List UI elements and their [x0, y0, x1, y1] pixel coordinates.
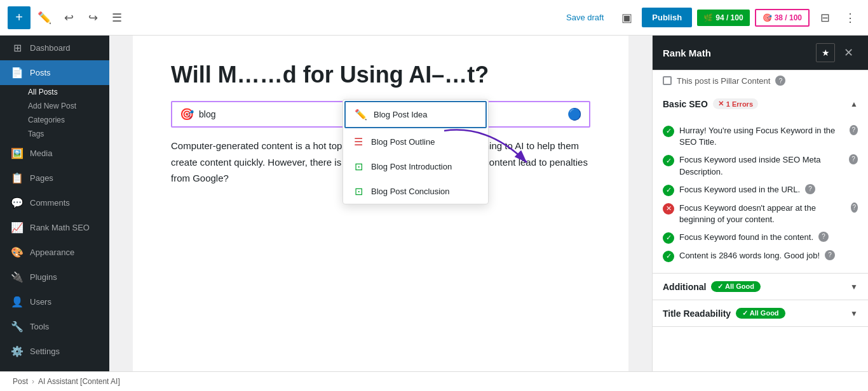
- check-green-icon: ✓: [663, 185, 674, 196]
- ai-block-icon: 🎯: [180, 107, 194, 121]
- pillar-content-label: This post is Pillar Content: [677, 76, 770, 86]
- close-panel-button[interactable]: ✕: [839, 43, 858, 62]
- title-readability-title-row: Title Readability ✓ All Good: [663, 308, 785, 319]
- breadcrumb-post[interactable]: Post: [13, 377, 28, 386]
- seo-item-text: Focus Keyword found in the content.: [679, 232, 813, 243]
- basic-seo-error-count: 1 Errors: [726, 100, 753, 108]
- sidebar-item-settings[interactable]: ⚙️ Settings: [0, 339, 109, 364]
- seo-score-pink-badge[interactable]: 🎯 38 / 100: [755, 9, 810, 27]
- sidebar-item-rank-math[interactable]: 📈 Rank Math SEO: [0, 215, 109, 240]
- seo-item: ✓ Focus Keyword used inside SEO Meta Des…: [663, 151, 858, 180]
- sidebar-item-pages[interactable]: 📋 Pages: [0, 166, 109, 190]
- dropdown-item-outline[interactable]: ☰ Blog Post Outline: [343, 129, 488, 154]
- additional-badge-label: ✓ All Good: [717, 282, 754, 291]
- seo-help-icon[interactable]: ?: [850, 125, 858, 135]
- sidebar-item-posts[interactable]: 📄 Posts: [0, 60, 109, 85]
- check-red-icon: ✕: [663, 203, 674, 215]
- sidebar-item-appearance-label: Appearance: [30, 248, 74, 257]
- dashboard-icon: ⊞: [11, 42, 24, 54]
- ai-block-badge: 🔵: [567, 107, 581, 121]
- seo-help-icon[interactable]: ?: [805, 184, 815, 194]
- pages-icon: 📋: [11, 172, 24, 184]
- dropdown-item-conclusion[interactable]: ⊡ Blog Post Conclusion: [343, 179, 488, 204]
- right-panel-icons: ★ ✕: [816, 43, 858, 62]
- ai-dropdown-menu: ✏️ Blog Post Idea ☰ Blog Post Outline ⊡ …: [342, 99, 489, 204]
- pillar-checkbox[interactable]: [663, 76, 672, 85]
- more-options-button[interactable]: ⋮: [840, 8, 860, 28]
- document-overview-button[interactable]: ☰: [107, 8, 127, 28]
- seo-score-green-badge[interactable]: 🌿 94 / 100: [697, 10, 749, 26]
- seo-help-icon[interactable]: ?: [851, 202, 858, 213]
- publish-button[interactable]: Publish: [642, 8, 692, 27]
- check-green-icon: ✓: [663, 155, 674, 166]
- right-panel-content: This post is Pillar Content ? Basic SEO …: [653, 70, 868, 371]
- dropdown-item-idea[interactable]: ✏️ Blog Post Idea: [344, 101, 487, 128]
- additional-title-row: Additional ✓ All Good: [663, 281, 761, 292]
- title-readability-good-badge: ✓ All Good: [736, 308, 785, 319]
- redo-button[interactable]: ↪: [83, 8, 103, 28]
- sidebar-item-users[interactable]: 👤 Users: [0, 289, 109, 314]
- sidebar-sub-categories[interactable]: Categories: [0, 113, 109, 127]
- seo-item-text: Focus Keyword used inside SEO Meta Descr…: [679, 154, 844, 177]
- star-button[interactable]: ★: [816, 43, 835, 62]
- basic-seo-title: Basic SEO: [663, 99, 708, 109]
- add-block-button[interactable]: +: [8, 6, 31, 29]
- undo-button[interactable]: ↩: [58, 8, 79, 28]
- main-layout: ⊞ Dashboard 📄 Posts All Posts Add New Po…: [0, 36, 868, 371]
- sidebar-item-dashboard[interactable]: ⊞ Dashboard: [0, 36, 109, 60]
- title-readability-title: Title Readability: [663, 308, 731, 319]
- edit-tool-button[interactable]: ✏️: [34, 8, 55, 28]
- sidebar-item-tools-label: Tools: [30, 322, 49, 331]
- conclusion-icon: ⊡: [352, 185, 365, 197]
- breadcrumb-separator: ›: [32, 377, 34, 386]
- outline-icon: ☰: [352, 136, 365, 148]
- editor-inner: Will M……d for Using AI–…t? 🎯 blog 🔵 Comp…: [133, 36, 628, 371]
- right-panel: Rank Math ★ ✕ This post is Pillar Conten…: [652, 36, 868, 371]
- layout-button[interactable]: ⊟: [815, 8, 835, 28]
- sidebar-item-dashboard-label: Dashboard: [30, 43, 71, 53]
- sidebar-item-rank-math-label: Rank Math SEO: [30, 223, 90, 232]
- seo-score-green-value: 94 / 100: [715, 13, 743, 22]
- seo-help-icon[interactable]: ?: [849, 154, 858, 164]
- basic-seo-items: ✓ Hurray! You're using Focus Keyword in …: [653, 117, 868, 273]
- sidebar-item-tools[interactable]: 🔧 Tools: [0, 314, 109, 339]
- seo-item-text: Hurray! You're using Focus Keyword in th…: [679, 125, 844, 148]
- dropdown-item-outline-label: Blog Post Outline: [371, 137, 435, 147]
- sidebar-item-posts-label: Posts: [30, 68, 51, 77]
- sidebar-item-plugins[interactable]: 🔌 Plugins: [0, 265, 109, 289]
- basic-seo-title-row: Basic SEO ✕ 1 Errors: [663, 98, 758, 109]
- bottom-bar: Post › AI Assistant [Content AI]: [0, 371, 868, 391]
- title-readability-header[interactable]: Title Readability ✓ All Good ▼: [653, 300, 868, 326]
- sidebar-item-users-label: Users: [30, 297, 51, 307]
- seo-item-text: Focus Keyword doesn't appear at the begi…: [679, 202, 846, 225]
- basic-seo-header[interactable]: Basic SEO ✕ 1 Errors ▲: [653, 91, 868, 117]
- sidebar-item-appearance[interactable]: 🎨 Appearance: [0, 240, 109, 265]
- sidebar-sub-tags[interactable]: Tags: [0, 127, 109, 141]
- dropdown-item-introduction-label: Blog Post Introduction: [371, 162, 452, 171]
- settings-icon: ⚙️: [11, 345, 24, 357]
- sidebar-sub-all-posts[interactable]: All Posts: [0, 85, 109, 99]
- intro-icon: ⊡: [352, 161, 365, 173]
- sidebar: ⊞ Dashboard 📄 Posts All Posts Add New Po…: [0, 36, 109, 371]
- preview-button[interactable]: ▣: [616, 8, 637, 28]
- seo-help-icon[interactable]: ?: [818, 232, 829, 242]
- seo-help-icon[interactable]: ?: [825, 250, 835, 260]
- sidebar-sub-add-new[interactable]: Add New Post: [0, 99, 109, 113]
- dropdown-item-introduction[interactable]: ⊡ Blog Post Introduction: [343, 154, 488, 179]
- posts-icon: 📄: [11, 67, 24, 79]
- seo-item: ✓ Focus Keyword found in the content. ?: [663, 229, 858, 247]
- pillar-content-row: This post is Pillar Content ?: [653, 70, 868, 91]
- sidebar-item-pages-label: Pages: [30, 173, 53, 183]
- sidebar-item-media[interactable]: 🖼️ Media: [0, 141, 109, 166]
- sidebar-item-comments[interactable]: 💬 Comments: [0, 190, 109, 215]
- post-title[interactable]: Will M……d for Using AI–…t?: [171, 61, 590, 88]
- sidebar-item-media-label: Media: [30, 149, 52, 158]
- collapse-menu-button[interactable]: ◀ Collapse menu: [0, 364, 109, 371]
- pillar-help-icon[interactable]: ?: [775, 76, 785, 86]
- error-x-icon: ✕: [718, 100, 724, 108]
- additional-header[interactable]: Additional ✓ All Good ▼: [653, 274, 868, 300]
- right-panel-header: Rank Math ★ ✕: [653, 36, 868, 70]
- save-draft-button[interactable]: Save draft: [559, 9, 611, 26]
- basic-seo-error-badge: ✕ 1 Errors: [713, 98, 758, 109]
- breadcrumb-page: AI Assistant [Content AI]: [38, 377, 120, 386]
